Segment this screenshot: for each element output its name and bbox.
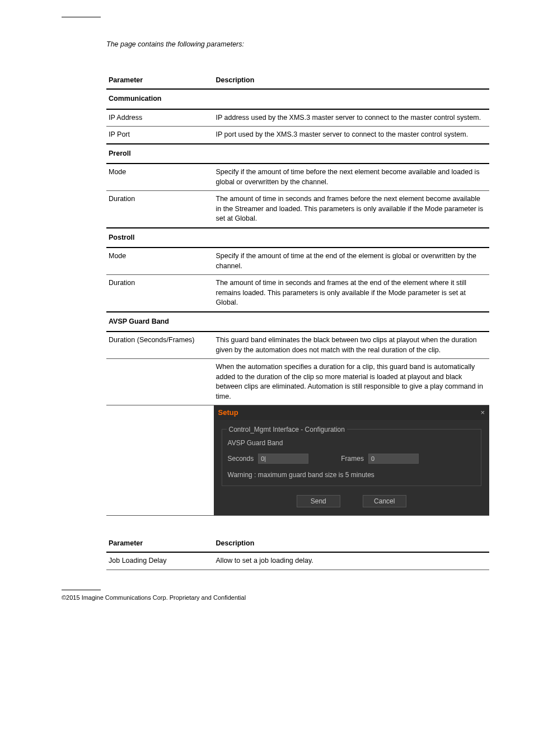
col-parameter-header: Parameter [106, 535, 214, 553]
param-name: Mode [106, 164, 214, 191]
intro-text: The page contains the following paramete… [106, 40, 489, 50]
param-desc: IP address used by the XMS.3 master serv… [214, 109, 489, 127]
section-heading: Communication [106, 89, 489, 109]
top-page-rule [62, 17, 101, 17]
col-description-header: Description [214, 72, 489, 90]
table-row: Communication [106, 89, 489, 109]
table-row: Duration (Seconds/Frames)This guard band… [106, 332, 489, 359]
section-heading: AVSP Guard Band [106, 312, 489, 332]
param-desc: This guard band eliminates the black bet… [214, 332, 489, 359]
parameters-table-2: Parameter Description Job Loading DelayA… [106, 535, 489, 570]
table-row: DurationThe amount of time in seconds an… [106, 275, 489, 312]
param-name: IP Port [106, 127, 214, 144]
table-row: When the automation specifies a duration… [106, 359, 489, 405]
config-fieldset: Control_Mgmt Interface - Configuration A… [222, 429, 481, 486]
param-name: IP Address [106, 109, 214, 127]
table-row: Postroll [106, 228, 489, 248]
col-description-header: Description [214, 535, 489, 553]
section-heading: Preroll [106, 144, 489, 164]
send-button[interactable]: Send [297, 495, 340, 507]
dialog-title: Setup [218, 408, 238, 418]
guard-band-label: AVSP Guard Band [228, 438, 475, 448]
parameters-table: Parameter Description Communication IP A… [106, 72, 489, 516]
param-desc: Specify if the amount of time at the end… [214, 248, 489, 275]
param-desc: Specify if the amount of time before the… [214, 164, 489, 191]
table-row: IP AddressIP address used by the XMS.3 m… [106, 109, 489, 127]
table-row: Preroll [106, 144, 489, 164]
table-row: IP PortIP port used by the XMS.3 master … [106, 127, 489, 144]
table-row: ModeSpecify if the amount of time at the… [106, 248, 489, 275]
bottom-page-rule [62, 590, 101, 590]
frames-input[interactable] [368, 454, 419, 464]
table-row: AVSP Guard Band [106, 312, 489, 332]
table-row: Job Loading DelayAllow to set a job load… [106, 552, 489, 570]
footer-text: ©2015 Imagine Communications Corp. Propr… [62, 594, 489, 602]
section-heading: Postroll [106, 228, 489, 248]
param-name [106, 359, 214, 405]
setup-dialog: Setup × Control_Mgmt Interface - Configu… [214, 405, 489, 515]
param-name: Job Loading Delay [106, 552, 214, 570]
warning-text: Warning : maximum guard band size is 5 m… [228, 470, 475, 480]
close-icon[interactable]: × [480, 408, 485, 418]
param-desc: When the automation specifies a duration… [214, 359, 489, 405]
seconds-label: Seconds [228, 454, 254, 464]
cancel-button[interactable]: Cancel [363, 495, 406, 507]
param-desc: Allow to set a job loading delay. [214, 552, 489, 570]
param-desc: The amount of time in seconds and frames… [214, 275, 489, 312]
param-name: Duration (Seconds/Frames) [106, 332, 214, 359]
param-name: Mode [106, 248, 214, 275]
fieldset-legend: Control_Mgmt Interface - Configuration [227, 425, 347, 435]
table-row: ModeSpecify if the amount of time before… [106, 164, 489, 191]
param-name: Duration [106, 275, 214, 312]
table-row: Setup × Control_Mgmt Interface - Configu… [106, 405, 489, 516]
frames-label: Frames [341, 454, 364, 464]
dialog-titlebar: Setup × [214, 405, 489, 420]
param-desc: The amount of time in seconds and frames… [214, 191, 489, 228]
table-row: DurationThe amount of time in seconds an… [106, 191, 489, 228]
param-name: Duration [106, 191, 214, 228]
seconds-input[interactable] [258, 454, 308, 464]
col-parameter-header: Parameter [106, 72, 214, 90]
param-desc: IP port used by the XMS.3 master server … [214, 127, 489, 144]
